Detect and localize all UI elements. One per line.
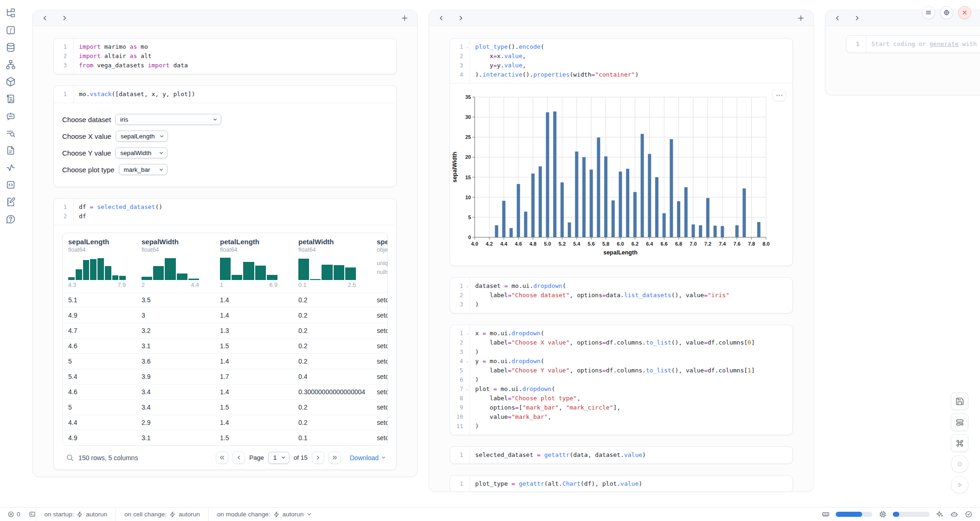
column-left-icon[interactable]	[41, 14, 49, 22]
on-startup-setting[interactable]: on startup: autorun	[36, 508, 116, 521]
plot-type-cell: 1plot_type = getattr(alt.Chart(df), plot…	[450, 475, 793, 492]
shutdown-icon[interactable]	[958, 6, 971, 19]
column-header-sepalWidth[interactable]: sepalWidthfloat6424.4	[136, 233, 214, 292]
on-cell-change-setting[interactable]: on cell change: autorun	[116, 508, 208, 521]
scroll-icon[interactable]	[6, 93, 16, 104]
column-header-petalLength[interactable]: petalLengthfloat6416.9	[214, 233, 293, 292]
prev-page-button[interactable]	[232, 451, 245, 464]
keyboard-shortcuts-button[interactable]	[951, 434, 968, 452]
choose-plot-type-select[interactable]: mark_bar	[119, 164, 168, 175]
fold-chevron-icon[interactable]: ⌄	[466, 384, 469, 393]
fold-chevron-icon[interactable]: ⌄	[466, 356, 469, 365]
empty-code-editor[interactable]: 1 Start coding or generate with AI	[846, 36, 980, 52]
svg-text:6.6: 6.6	[661, 241, 668, 247]
dataframe-code-editor[interactable]: 1df = selected_dataset()2df	[54, 199, 396, 225]
altair-bar-chart[interactable]: 4.04.24.44.64.85.05.25.45.65.86.06.26.46…	[450, 84, 793, 264]
line-number: 1	[846, 39, 866, 49]
y-axis-title: sepalWidth	[451, 152, 458, 183]
fold-chevron-icon[interactable]: ⌄	[466, 281, 469, 290]
column-left-icon[interactable]	[834, 14, 841, 22]
terminal-icon[interactable]	[29, 511, 36, 518]
svg-text:6.2: 6.2	[632, 241, 638, 247]
last-page-button[interactable]	[329, 451, 341, 464]
save-button[interactable]	[951, 392, 968, 410]
dependency-graph-icon[interactable]	[6, 59, 16, 70]
chart-actions-icon[interactable]	[772, 89, 786, 101]
vstack-code-editor[interactable]: 1mo.vstack([dataset, x, y, plot])	[54, 86, 396, 103]
help-icon[interactable]	[6, 214, 16, 224]
histogram-range: 0.12.5	[298, 282, 356, 288]
run-button[interactable]	[951, 476, 968, 494]
first-page-button[interactable]	[216, 451, 228, 464]
left-sidebar: f	[0, 0, 21, 507]
choose-x-value-select[interactable]: sepalLength	[116, 130, 168, 142]
page-select[interactable]: 1	[268, 452, 290, 464]
on-module-change-setting[interactable]: on module change: autorun	[208, 508, 321, 521]
table-row: 4.93.11.50.1setosa	[63, 430, 387, 445]
logs-search-icon[interactable]	[6, 128, 16, 138]
dataset-dropdown-code-editor[interactable]: 1⌄dataset = mo.ui.dropdown(2 label="Choo…	[450, 278, 793, 313]
code-line: 1import marimo as mo	[54, 42, 396, 52]
dataframe-cell: 1df = selected_dataset()2df sepalLengthf…	[53, 198, 397, 470]
file-tree-icon[interactable]	[6, 7, 16, 18]
table-cell: setosa	[371, 419, 387, 426]
add-cell-icon[interactable]	[400, 14, 409, 22]
package-icon[interactable]	[6, 76, 16, 87]
table-cell: 0.1	[293, 434, 371, 442]
choose-y-value-select[interactable]: sepalWidth	[115, 147, 168, 158]
line-number: 3	[450, 300, 470, 309]
code-line: 6)	[450, 375, 793, 384]
dropdown-label: Choose Y value	[62, 149, 111, 157]
next-page-button[interactable]	[312, 451, 324, 464]
fold-chevron-icon[interactable]: ⌄	[466, 328, 469, 338]
column-dtype: float64	[68, 247, 130, 253]
scratchpad-icon[interactable]	[6, 196, 16, 207]
copilot-bot-icon[interactable]	[950, 510, 958, 519]
connection-status-icon[interactable]	[964, 510, 973, 519]
table-cell: 1.4	[214, 312, 293, 319]
svg-text:0: 0	[468, 234, 471, 240]
fold-chevron-icon[interactable]: ⌄	[466, 42, 469, 51]
column-left-icon[interactable]	[438, 14, 445, 22]
function-square-icon[interactable]: f	[6, 25, 16, 35]
dropdown-label: Choose dataset	[62, 116, 111, 124]
column-name: sepalLength	[68, 238, 130, 246]
xy-plot-dropdown-code-editor[interactable]: 1⌄x = mo.ui.dropdown(2 label="Choose X v…	[450, 325, 793, 435]
plot-code-editor[interactable]: 1⌄plot_type().encode(2 x=x.value,3 y=y.v…	[450, 39, 793, 83]
table-cell: 0.2	[293, 358, 371, 365]
line-number: 1	[54, 42, 73, 52]
column-right-icon[interactable]	[853, 14, 861, 22]
layout-button[interactable]	[951, 413, 968, 431]
ai-sparkles-icon[interactable]	[935, 510, 944, 519]
chat-bot-icon[interactable]	[6, 111, 16, 121]
menu-icon[interactable]	[922, 6, 935, 19]
database-icon[interactable]	[6, 42, 16, 52]
svg-text:6.8: 6.8	[675, 241, 682, 247]
column-right-icon[interactable]	[61, 14, 68, 22]
column-header-petalWidth[interactable]: petalWidthfloat640.12.5	[293, 233, 371, 292]
stop-button[interactable]	[951, 455, 968, 473]
column-header-sepalLength[interactable]: sepalLengthfloat644.37.9	[63, 233, 136, 292]
settings-gear-icon[interactable]	[940, 6, 953, 19]
documentation-icon[interactable]	[6, 145, 16, 156]
column-right-icon[interactable]	[457, 14, 464, 22]
snippets-icon[interactable]	[6, 179, 16, 190]
selected-dataset-code-editor[interactable]: 1selected_dataset = getattr(data, datase…	[450, 447, 793, 463]
table-cell: 1.7	[214, 373, 293, 380]
generate-link[interactable]: generate	[929, 40, 959, 47]
choose-dataset-select[interactable]: iris	[115, 114, 221, 125]
error-count-badge[interactable]: 0	[7, 511, 20, 518]
table-row: 5.43.91.70.4setosa	[63, 369, 387, 384]
table-footer: 150 rows, 5 columns Page 1 of 15 Downloa…	[62, 451, 388, 464]
download-button[interactable]: Download	[350, 454, 386, 462]
search-icon[interactable]	[66, 454, 74, 462]
column-2-header	[429, 10, 813, 26]
code-line: 3)	[450, 300, 793, 309]
imports-code-editor[interactable]: 1import marimo as mo2import altair as al…	[54, 39, 396, 74]
tracing-icon[interactable]	[6, 162, 16, 173]
table-cell: 1.4	[214, 419, 293, 426]
plot-type-code-editor[interactable]: 1plot_type = getattr(alt.Chart(df), plot…	[450, 475, 793, 492]
notebook-column-3: 1 Start coding or generate with AI	[825, 10, 980, 95]
add-cell-icon[interactable]	[797, 14, 805, 22]
column-header-species[interactable]: speciesobjectunique:nulls:	[371, 233, 387, 292]
